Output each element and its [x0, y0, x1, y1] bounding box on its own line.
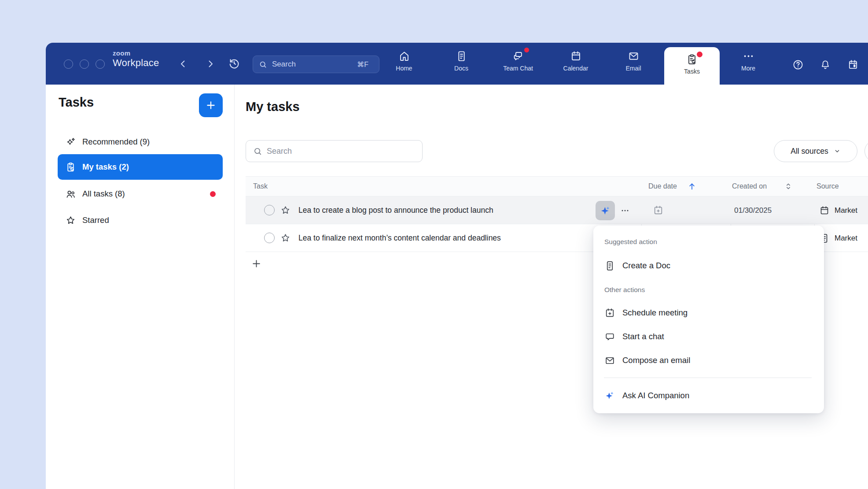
menu-item-create-doc[interactable]: Create a Doc	[593, 254, 824, 278]
tab-team-chat[interactable]: Team Chat	[494, 49, 542, 72]
global-search-placeholder: Search	[272, 60, 357, 69]
tab-more[interactable]: More	[724, 49, 772, 72]
menu-item-label: Ask AI Companion	[622, 391, 689, 400]
team-chat-badge	[524, 48, 529, 52]
search-icon	[253, 147, 262, 156]
created-on-date: 01/30/2025	[734, 196, 772, 224]
ai-sparkle-icon	[604, 390, 615, 401]
sidebar-item-starred[interactable]: Starred	[58, 210, 223, 231]
menu-divider	[604, 378, 812, 378]
app-window: zoom Workplace Search ⌘F Home	[46, 43, 868, 489]
calendar-plus-icon	[604, 307, 615, 319]
task-actions-menu: Suggested action Create a Doc Other acti…	[593, 226, 824, 413]
menu-item-label: Start a chat	[622, 332, 664, 341]
sidebar-item-all-tasks[interactable]: All tasks (8)	[58, 183, 223, 204]
tab-calendar-label: Calendar	[552, 65, 600, 72]
sources-filter-dropdown[interactable]: All sources	[774, 140, 857, 162]
page-title: My tasks	[246, 100, 300, 114]
column-header-source[interactable]: Source	[817, 182, 839, 190]
task-title[interactable]: Lea to finalize next month’s content cal…	[298, 224, 501, 252]
sidebar-item-recommended[interactable]: Recommended (9)	[58, 131, 223, 152]
tab-tasks-label: Tasks	[664, 68, 720, 75]
column-header-created-on[interactable]: Created on	[732, 182, 767, 190]
task-search-box[interactable]	[246, 140, 423, 162]
global-search-input[interactable]: Search ⌘F	[253, 56, 379, 73]
search-icon	[259, 60, 267, 69]
row-more-actions-icon[interactable]	[620, 196, 630, 224]
task-source: Market	[835, 196, 857, 224]
tab-docs-label: Docs	[437, 65, 485, 72]
sidebar-item-label: Recommended (9)	[82, 137, 150, 147]
star-icon[interactable]	[280, 233, 291, 244]
sources-filter-label: All sources	[791, 147, 828, 156]
sidebar-item-label: Starred	[82, 215, 109, 225]
menu-item-start-chat[interactable]: Start a chat	[593, 325, 824, 348]
column-header-due-date[interactable]: Due date	[648, 182, 677, 190]
menu-item-schedule-meeting[interactable]: Schedule meeting	[593, 301, 824, 325]
zoom-workplace-logo: zoom Workplace	[113, 50, 159, 68]
clipped-filter-button[interactable]	[864, 140, 868, 162]
tasks-badge	[697, 52, 702, 57]
column-header-task[interactable]: Task	[253, 182, 268, 190]
task-search-input[interactable]	[267, 147, 422, 156]
ai-companion-button[interactable]	[596, 201, 615, 220]
traffic-light-icon[interactable]	[64, 59, 73, 69]
tab-tasks-active[interactable]: Tasks	[664, 47, 720, 85]
task-complete-checkbox[interactable]	[264, 233, 275, 243]
menu-item-label: Schedule meeting	[622, 308, 688, 318]
logo-zoom-text: zoom	[113, 50, 159, 56]
menu-item-label: Create a Doc	[622, 261, 670, 270]
logo-workplace-text: Workplace	[113, 58, 159, 68]
search-shortcut: ⌘F	[357, 60, 368, 69]
home-icon	[380, 49, 428, 63]
menu-item-ask-ai-companion[interactable]: Ask AI Companion	[593, 384, 824, 408]
sort-ascending-icon[interactable]	[687, 182, 697, 191]
sparkle-icon	[65, 137, 76, 148]
schedule-panel-icon[interactable]	[847, 59, 859, 70]
history-icon[interactable]	[228, 57, 240, 70]
back-arrow-icon[interactable]	[178, 59, 188, 69]
chevron-down-icon	[834, 148, 841, 155]
sidebar-item-my-tasks[interactable]: My tasks (2)	[58, 154, 223, 180]
all-tasks-badge	[210, 191, 216, 197]
tab-home-label: Home	[380, 65, 428, 72]
menu-section-other: Other actions	[604, 286, 645, 294]
task-complete-checkbox[interactable]	[264, 205, 275, 215]
table-row[interactable]: Lea to create a blog post to announce th…	[246, 196, 868, 224]
more-ellipsis-icon	[724, 49, 772, 63]
task-title[interactable]: Lea to create a blog post to announce th…	[298, 196, 493, 224]
chat-bubble-icon	[604, 331, 615, 342]
clipboard-check-icon	[65, 162, 76, 173]
traffic-light-icon[interactable]	[80, 59, 89, 69]
tab-more-label: More	[724, 65, 772, 72]
menu-item-compose-email[interactable]: Compose an email	[593, 348, 824, 372]
notifications-bell-icon[interactable]	[820, 59, 831, 70]
email-icon	[604, 355, 615, 366]
ai-sparkle-icon	[600, 205, 611, 217]
sidebar-title: Tasks	[59, 95, 94, 110]
help-icon[interactable]	[792, 59, 804, 70]
traffic-light-icon[interactable]	[96, 59, 105, 69]
sidebar-item-label: All tasks (8)	[82, 189, 125, 199]
forward-arrow-icon[interactable]	[205, 59, 216, 69]
doc-icon	[604, 260, 615, 271]
add-due-date-icon[interactable]	[653, 205, 664, 216]
tab-calendar[interactable]: Calendar	[552, 49, 600, 72]
calendar-source-icon	[819, 205, 830, 216]
tasks-sidebar: Tasks Recommended (9) My tasks (2)	[46, 85, 235, 489]
table-header: Task Due date Created on Source	[246, 176, 868, 196]
docs-icon	[437, 49, 485, 63]
menu-item-label: Compose an email	[622, 356, 690, 365]
sort-both-icon[interactable]	[783, 182, 793, 191]
tab-docs[interactable]: Docs	[437, 49, 485, 72]
email-icon	[609, 49, 658, 63]
team-chat-icon	[494, 49, 542, 63]
star-icon[interactable]	[280, 205, 291, 216]
menu-section-suggested: Suggested action	[604, 238, 657, 246]
add-task-button[interactable]	[199, 93, 223, 117]
main-content: My tasks All sources Task Due date Creat…	[235, 85, 868, 489]
tab-home[interactable]: Home	[380, 49, 428, 72]
tab-email[interactable]: Email	[609, 49, 658, 72]
star-icon	[65, 215, 76, 226]
plus-icon	[251, 258, 262, 269]
